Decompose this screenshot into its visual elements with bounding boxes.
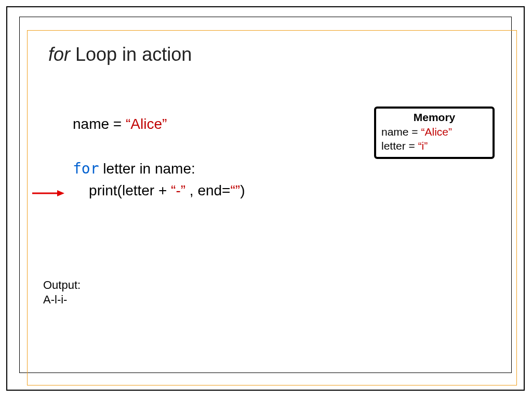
title-keyword: for [48,44,70,65]
code-line-1: name = “Alice” [73,113,245,135]
memory-title: Memory [381,111,487,124]
code-keyword: for [73,160,99,177]
memory-row: letter = “i” [381,139,487,153]
output-label: Output: [43,278,81,292]
memory-var: letter = [381,140,418,152]
output-value: A-l-i- [43,292,81,307]
code-text: print(letter + [73,182,171,198]
code-text: ) [240,182,245,198]
memory-var: name = [381,126,421,138]
memory-value: “Alice” [421,126,452,138]
slide-title: for Loop in action [48,44,192,65]
code-string: “Alice” [126,116,167,132]
code-line-2: for letter in name: [73,158,245,180]
code-text: name = [73,116,126,132]
code-line-3: print(letter + “-” , end=“”) [73,180,245,202]
inner-orange-frame [27,30,517,385]
execution-arrow-icon [32,189,64,197]
title-rest: Loop in action [70,44,192,65]
code-string: “” [230,182,240,198]
code-text: letter in name: [99,161,195,177]
svg-marker-1 [57,190,64,196]
code-text: , end= [185,182,230,198]
output-block: Output: A-l-i- [43,278,81,307]
memory-panel: Memory name = “Alice” letter = “i” [374,107,495,159]
memory-value: “i” [418,140,428,152]
code-block: name = “Alice” for letter in name: print… [73,113,245,202]
code-string: “-” [171,182,185,198]
memory-row: name = “Alice” [381,125,487,139]
